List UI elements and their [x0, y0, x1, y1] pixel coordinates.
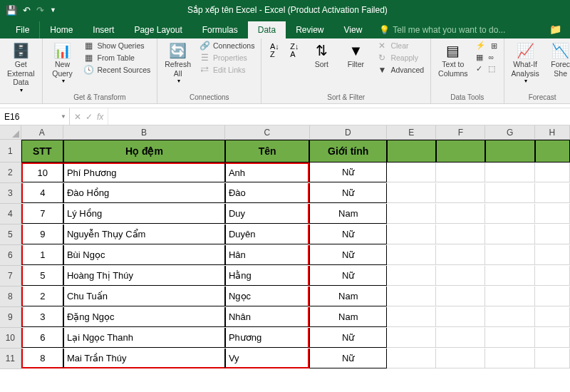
- cell[interactable]: 2: [21, 287, 63, 306]
- sort-button[interactable]: ⇅ Sort: [306, 40, 337, 71]
- col-header[interactable]: C: [225, 125, 310, 140]
- tell-me-search[interactable]: 💡Tell me what you want to do...: [372, 21, 512, 38]
- cell[interactable]: [387, 266, 436, 286]
- save-icon[interactable]: 💾: [6, 5, 17, 16]
- enter-icon[interactable]: ✓: [86, 112, 93, 122]
- cell[interactable]: Tên: [225, 140, 309, 163]
- forecast-sheet-button[interactable]: 📉 Forec She: [545, 40, 570, 79]
- sort-az-button[interactable]: A↓Z: [266, 40, 283, 61]
- tab-home[interactable]: Home: [40, 21, 83, 38]
- show-queries-button[interactable]: ▦Show Queries: [81, 40, 153, 51]
- cell[interactable]: Phí Phương: [63, 163, 225, 182]
- recent-sources-button[interactable]: 🕓Recent Sources: [81, 64, 153, 76]
- cell[interactable]: Nữ: [309, 163, 387, 182]
- cell[interactable]: [535, 349, 570, 368]
- cell[interactable]: Nam: [309, 287, 387, 306]
- col-header[interactable]: A: [21, 125, 63, 140]
- new-query-button[interactable]: 📊 New Query▾: [47, 40, 78, 86]
- select-all-corner[interactable]: [0, 125, 21, 140]
- col-header[interactable]: H: [535, 125, 570, 140]
- cell[interactable]: Hoàng Thị Thúy: [63, 266, 225, 286]
- cell[interactable]: [436, 204, 485, 224]
- cell[interactable]: STT: [21, 140, 63, 163]
- consolidate-icon[interactable]: ⊞: [489, 40, 499, 51]
- cell[interactable]: [485, 183, 534, 203]
- connections-button[interactable]: 🔗Connections: [197, 40, 256, 51]
- row-header[interactable]: 10: [0, 328, 21, 349]
- cell[interactable]: [535, 245, 570, 265]
- text-to-columns-button[interactable]: ▤ Text to Columns: [435, 40, 470, 79]
- row-header[interactable]: 6: [0, 245, 21, 266]
- sort-za-button[interactable]: Z↓A: [286, 40, 303, 61]
- cell[interactable]: [485, 266, 534, 286]
- cell[interactable]: [436, 307, 485, 327]
- cell[interactable]: 5: [21, 266, 63, 286]
- redo-icon[interactable]: ↷: [36, 5, 44, 16]
- cell[interactable]: [436, 287, 485, 306]
- cell[interactable]: Nam: [309, 204, 387, 224]
- cell[interactable]: [485, 140, 534, 163]
- validation-icon[interactable]: ✓: [474, 63, 484, 73]
- cell[interactable]: Nhân: [225, 307, 310, 327]
- row-header[interactable]: 11: [0, 349, 21, 369]
- cell[interactable]: Nữ: [309, 245, 387, 265]
- tab-insert[interactable]: Insert: [83, 21, 124, 38]
- row-header[interactable]: 9: [0, 307, 21, 328]
- row-header[interactable]: 8: [0, 287, 21, 307]
- cell[interactable]: [436, 245, 485, 265]
- cell[interactable]: [485, 349, 534, 368]
- cell[interactable]: [436, 328, 485, 348]
- refresh-all-button[interactable]: 🔄 Refresh All▾: [162, 40, 194, 86]
- cell[interactable]: [535, 328, 570, 348]
- tab-pagelayout[interactable]: Page Layout: [124, 21, 192, 38]
- cell[interactable]: [436, 349, 485, 368]
- tab-data[interactable]: Data: [248, 21, 286, 38]
- cell[interactable]: [485, 225, 534, 244]
- from-table-button[interactable]: ▦From Table: [81, 52, 153, 63]
- col-header[interactable]: F: [436, 125, 485, 140]
- cell[interactable]: [535, 266, 570, 286]
- cell[interactable]: Đặng Ngọc: [63, 307, 225, 327]
- cell[interactable]: [535, 307, 570, 327]
- cell[interactable]: 6: [21, 328, 63, 348]
- row-header[interactable]: 7: [0, 266, 21, 287]
- cell[interactable]: 7: [21, 204, 63, 224]
- cell[interactable]: 10: [21, 163, 63, 182]
- cell[interactable]: Anh: [225, 163, 310, 182]
- flash-fill-icon[interactable]: ⚡: [474, 40, 487, 51]
- cell[interactable]: Ngọc: [225, 287, 310, 306]
- cell[interactable]: Nữ: [309, 183, 387, 203]
- cell[interactable]: [387, 183, 436, 203]
- cell[interactable]: [535, 225, 570, 244]
- col-header[interactable]: G: [485, 125, 534, 140]
- cell[interactable]: [535, 140, 570, 163]
- col-header[interactable]: D: [310, 125, 388, 140]
- share-icon[interactable]: 📁: [541, 20, 570, 38]
- cell[interactable]: [387, 245, 436, 265]
- datamodel-icon[interactable]: ⬚: [486, 63, 497, 73]
- cell[interactable]: 9: [21, 225, 63, 244]
- clear-filter-button[interactable]: ✕Clear: [374, 40, 426, 51]
- get-external-data-button[interactable]: 🗄️ Get External Data▾: [4, 40, 38, 95]
- cell[interactable]: Duyên: [225, 225, 310, 244]
- whatif-button[interactable]: 📈 What-If Analysis▾: [509, 40, 542, 86]
- cell[interactable]: Nam: [309, 307, 387, 327]
- cell[interactable]: Nguyễn Thụy Cẩm: [63, 225, 225, 244]
- tab-review[interactable]: Review: [286, 21, 333, 38]
- name-box[interactable]: ▼: [0, 108, 70, 125]
- cell[interactable]: Hằng: [225, 266, 310, 286]
- cell[interactable]: Hân: [225, 245, 310, 265]
- cell[interactable]: Bùi Ngọc: [63, 245, 225, 265]
- undo-icon[interactable]: ↶: [23, 5, 31, 16]
- cell[interactable]: [535, 204, 570, 224]
- advanced-filter-button[interactable]: ▼Advanced: [374, 64, 426, 76]
- cell[interactable]: 3: [21, 307, 63, 327]
- cell[interactable]: Lý Hồng: [63, 204, 225, 224]
- row-header[interactable]: 4: [0, 204, 21, 225]
- relationships-icon[interactable]: ∞: [487, 52, 497, 62]
- cell[interactable]: [535, 183, 570, 203]
- cell[interactable]: [436, 140, 485, 163]
- cell[interactable]: [387, 349, 436, 368]
- cell[interactable]: [387, 225, 436, 244]
- name-box-dropdown-icon[interactable]: ▼: [61, 113, 66, 120]
